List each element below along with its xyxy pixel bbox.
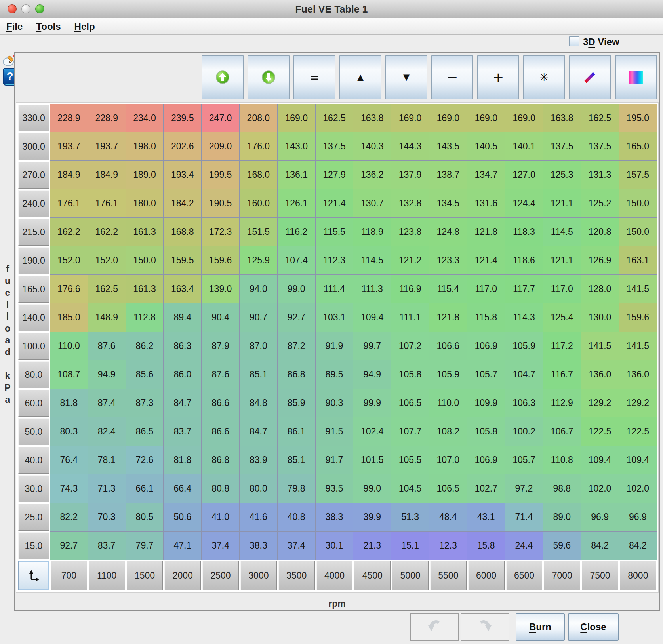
ve-cell-240.0-5500[interactable]: 134.5 [429,189,467,218]
ve-cell-140.0-1500[interactable]: 112.8 [126,303,164,332]
ve-cell-330.0-6000[interactable]: 169.0 [467,104,505,132]
ve-cell-140.0-7000[interactable]: 125.4 [543,303,581,332]
menu-file[interactable]: File [6,21,23,32]
ve-cell-100.0-5500[interactable]: 106.6 [429,332,467,360]
ve-cell-100.0-8000[interactable]: 141.5 [619,332,657,360]
ve-cell-140.0-700[interactable]: 185.0 [50,303,88,332]
ve-cell-165.0-7500[interactable]: 128.0 [581,275,619,303]
ve-cell-190.0-2500[interactable]: 159.6 [202,246,240,275]
ve-cell-30.0-7500[interactable]: 102.0 [581,474,619,503]
set-equal-button[interactable]: = [293,55,335,99]
ve-cell-50.0-6000[interactable]: 105.8 [467,417,505,446]
subtract-button[interactable]: − [431,55,473,99]
row-header-15.0[interactable]: 15.0 [18,532,49,559]
ve-cell-100.0-5000[interactable]: 107.2 [391,332,429,360]
ve-cell-50.0-5000[interactable]: 107.7 [391,417,429,446]
ve-cell-240.0-3000[interactable]: 160.0 [240,189,278,218]
ve-cell-190.0-1100[interactable]: 152.0 [88,246,126,275]
ve-cell-80.0-7500[interactable]: 136.0 [581,360,619,389]
ve-cell-330.0-4000[interactable]: 162.5 [316,104,354,132]
ve-cell-40.0-5000[interactable]: 105.5 [391,446,429,474]
ve-cell-270.0-2500[interactable]: 199.5 [202,161,240,189]
ve-cell-300.0-4500[interactable]: 140.3 [353,132,391,161]
ve-cell-190.0-5000[interactable]: 121.2 [391,246,429,275]
row-header-40.0[interactable]: 40.0 [18,447,49,474]
row-header-80.0[interactable]: 80.0 [18,361,49,388]
row-header-60.0[interactable]: 60.0 [18,390,49,417]
ve-cell-140.0-2000[interactable]: 89.4 [164,303,202,332]
ve-cell-60.0-2000[interactable]: 84.7 [164,389,202,417]
ve-cell-330.0-3000[interactable]: 208.0 [240,104,278,132]
ve-cell-50.0-3000[interactable]: 84.7 [240,417,278,446]
ve-cell-25.0-6000[interactable]: 43.1 [467,503,505,532]
row-header-100.0[interactable]: 100.0 [18,333,49,360]
row-header-270.0[interactable]: 270.0 [18,162,49,189]
ve-cell-100.0-2000[interactable]: 86.3 [164,332,202,360]
col-header-7000[interactable]: 7000 [544,561,580,590]
ve-cell-215.0-1500[interactable]: 161.3 [126,218,164,246]
ve-cell-165.0-2000[interactable]: 163.4 [164,275,202,303]
ve-cell-25.0-6500[interactable]: 71.4 [505,503,543,532]
col-header-1500[interactable]: 1500 [127,561,163,590]
ve-cell-25.0-5000[interactable]: 51.3 [391,503,429,532]
ve-cell-240.0-1100[interactable]: 176.1 [88,189,126,218]
ve-cell-140.0-1100[interactable]: 148.9 [88,303,126,332]
ve-cell-40.0-4000[interactable]: 91.7 [316,446,354,474]
col-header-3500[interactable]: 3500 [278,561,315,590]
ve-cell-300.0-7500[interactable]: 137.5 [581,132,619,161]
ve-cell-140.0-4000[interactable]: 103.1 [316,303,354,332]
ve-cell-190.0-7500[interactable]: 126.9 [581,246,619,275]
ve-cell-270.0-700[interactable]: 184.9 [50,161,88,189]
ve-cell-50.0-3500[interactable]: 86.1 [278,417,316,446]
ve-cell-15.0-4000[interactable]: 30.1 [316,532,354,560]
ve-cell-190.0-1500[interactable]: 150.0 [126,246,164,275]
ve-cell-190.0-4000[interactable]: 112.3 [316,246,354,275]
ve-cell-30.0-4000[interactable]: 93.5 [316,474,354,503]
col-header-4000[interactable]: 4000 [316,561,353,590]
ve-cell-100.0-7000[interactable]: 117.2 [543,332,581,360]
row-header-25.0[interactable]: 25.0 [18,504,49,531]
ve-cell-30.0-5500[interactable]: 106.5 [429,474,467,503]
ve-cell-215.0-7000[interactable]: 114.5 [543,218,581,246]
ve-cell-300.0-3500[interactable]: 143.0 [278,132,316,161]
ve-cell-300.0-2000[interactable]: 202.6 [164,132,202,161]
ve-cell-15.0-2500[interactable]: 37.4 [202,532,240,560]
ve-cell-300.0-5500[interactable]: 143.5 [429,132,467,161]
ve-cell-300.0-8000[interactable]: 165.0 [619,132,657,161]
ve-cell-60.0-700[interactable]: 81.8 [50,389,88,417]
redo-button[interactable] [461,613,509,641]
ve-cell-30.0-1100[interactable]: 71.3 [88,474,126,503]
ve-cell-140.0-7500[interactable]: 130.0 [581,303,619,332]
ve-cell-60.0-4500[interactable]: 99.9 [353,389,391,417]
ve-cell-240.0-8000[interactable]: 150.0 [619,189,657,218]
ve-cell-300.0-2500[interactable]: 209.0 [202,132,240,161]
ve-cell-25.0-7500[interactable]: 96.9 [581,503,619,532]
ve-cell-330.0-8000[interactable]: 195.0 [619,104,657,132]
row-header-190.0[interactable]: 190.0 [18,247,49,274]
ve-cell-330.0-7500[interactable]: 162.5 [581,104,619,132]
ve-cell-30.0-5000[interactable]: 104.5 [391,474,429,503]
ve-cell-80.0-4000[interactable]: 89.5 [316,360,354,389]
ve-cell-215.0-5000[interactable]: 123.8 [391,218,429,246]
ve-cell-165.0-2500[interactable]: 139.0 [202,275,240,303]
ve-cell-80.0-1100[interactable]: 94.9 [88,360,126,389]
ve-cell-270.0-2000[interactable]: 193.4 [164,161,202,189]
menu-tools[interactable]: Tools [36,21,61,32]
ve-cell-300.0-7000[interactable]: 137.5 [543,132,581,161]
ve-cell-330.0-1100[interactable]: 228.9 [88,104,126,132]
ve-cell-30.0-6000[interactable]: 102.7 [467,474,505,503]
ve-cell-300.0-1500[interactable]: 198.0 [126,132,164,161]
interpolate-button[interactable] [569,55,611,99]
ve-cell-50.0-7000[interactable]: 106.7 [543,417,581,446]
ve-cell-270.0-1100[interactable]: 184.9 [88,161,126,189]
ve-cell-165.0-5000[interactable]: 116.9 [391,275,429,303]
ve-cell-215.0-2500[interactable]: 172.3 [202,218,240,246]
ve-cell-240.0-700[interactable]: 176.1 [50,189,88,218]
ve-cell-50.0-8000[interactable]: 122.5 [619,417,657,446]
ve-cell-215.0-4000[interactable]: 115.5 [316,218,354,246]
ve-cell-190.0-5500[interactable]: 123.3 [429,246,467,275]
ve-cell-60.0-1100[interactable]: 87.4 [88,389,126,417]
ve-cell-330.0-5500[interactable]: 169.0 [429,104,467,132]
ve-cell-270.0-1500[interactable]: 189.0 [126,161,164,189]
col-header-6000[interactable]: 6000 [468,561,505,590]
